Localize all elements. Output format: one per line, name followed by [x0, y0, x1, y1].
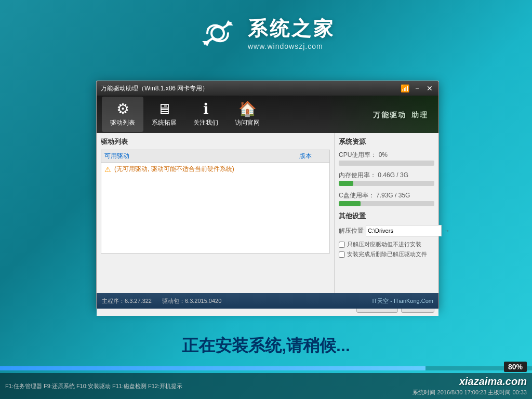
taskbar-right: xiazaima.com 系统时间 2016/8/30 17:00:23 主板时… [413, 376, 527, 396]
checkbox-delete-label: 安装完成后删除已解压驱动文件 [347, 250, 427, 258]
bottom-progress-fill [0, 366, 425, 370]
main-ver: 主程序：6.3.27.322 [102, 297, 152, 305]
disk-label: C盘使用率： 7.93G / 35G [339, 191, 434, 200]
extract-label: 解压位置 [339, 227, 364, 235]
logo-icon [197, 18, 238, 49]
gear-icon: ⚙ [116, 102, 129, 116]
progress-label: 80% [504, 362, 527, 372]
mem-progress-bar [339, 181, 434, 186]
driver-table: 可用驱动 版本 ⚠ (无可用驱动, 驱动可能不适合当前硬件系统) [101, 150, 330, 254]
mem-value: 0.46G / 3G [378, 171, 408, 179]
disk-label-text: C盘使用率： [339, 192, 375, 199]
svg-marker-1 [202, 41, 210, 46]
toolbar-about-label: 关注我们 [193, 118, 218, 127]
disk-value: 7.93G / 35G [376, 192, 410, 199]
taskbar-time: 系统时间 2016/8/30 17:00:23 主板时间 00:33 [413, 389, 527, 396]
close-button[interactable]: ✕ [425, 84, 434, 93]
extract-path-row: 解压位置 → [339, 225, 434, 236]
title-bar-controls: 📶 － ✕ [400, 84, 434, 93]
main-window: 万能驱动助理（Win8.1.x86 网卡专用） 📶 － ✕ ⚙ 驱动列表 🖥 系… [96, 81, 439, 309]
logo-text-area: 系统之家 www.windowszj.com [248, 16, 335, 50]
toolbar-driver-list-label: 驱动列表 [110, 118, 135, 127]
mem-progress-fill [339, 181, 353, 186]
left-panel: 驱动列表 可用驱动 版本 ⚠ (无可用驱动, 驱动可能不适合当前硬件系统) [97, 133, 335, 294]
checkbox-decompress-input[interactable] [339, 242, 345, 248]
cpu-value: 0% [379, 151, 388, 158]
toolbar-brand: 万能驱动 助理 [373, 106, 428, 123]
other-settings-title: 其他设置 [339, 211, 434, 221]
home-icon: 🏠 [238, 102, 257, 116]
mem-label-text: 内存使用率： [339, 171, 376, 179]
taskbar-brand: xiazaima.com [459, 376, 527, 388]
disk-resource: C盘使用率： 7.93G / 35G [339, 191, 434, 206]
checkbox-decompress-only: 只解压对应驱动但不进行安装 [339, 241, 434, 248]
warning-icon: ⚠ [104, 165, 111, 174]
svg-marker-0 [225, 20, 233, 25]
toolbar-about[interactable]: ℹ 关注我们 [185, 97, 227, 132]
status-brand: IT天空 - ITianKong.Com [372, 297, 433, 305]
col-available: 可用驱动 [104, 152, 285, 161]
cpu-label: CPU使用率： 0% [339, 151, 434, 159]
cpu-progress-bar [339, 161, 434, 166]
toolbar-driver-list[interactable]: ⚙ 驱动列表 [102, 97, 143, 132]
title-bar: 万能驱动助理（Win8.1.x86 网卡专用） 📶 － ✕ [97, 81, 438, 96]
taskbar: F1:任务管理器 F9:还原系统 F10:安装驱动 F11:磁盘检测 F12:开… [0, 373, 532, 399]
toolbar-visit-web-label: 访问官网 [235, 118, 260, 127]
toolbar-brand-sub: 助理 [411, 111, 428, 119]
bottom-progress-bar [0, 366, 532, 370]
extract-path-input[interactable] [366, 225, 442, 236]
disk-progress-bar [339, 201, 434, 206]
driver-ver: 驱动包：6.3.2015.0420 [162, 297, 221, 305]
other-settings: 其他设置 解压位置 → 只解压对应驱动但不进行安装 安装完成后删除已解压驱动文件 [339, 211, 434, 258]
logo-title: 系统之家 [248, 16, 335, 42]
checkbox-delete-input[interactable] [339, 251, 345, 258]
driver-list-title: 驱动列表 [101, 137, 330, 147]
col-version: 版本 [285, 152, 326, 161]
mem-resource: 内存使用率： 0.46G / 3G [339, 171, 434, 186]
toolbar-visit-web[interactable]: 🏠 访问官网 [227, 97, 268, 132]
right-panel: 系统资源 CPU使用率： 0% 内存使用率： 0.46G / 3G [335, 133, 438, 294]
system-resources-title: 系统资源 [339, 137, 434, 147]
extract-arrow-button[interactable]: → [444, 227, 450, 234]
driver-warning-row: ⚠ (无可用驱动, 驱动可能不适合当前硬件系统) [101, 163, 329, 176]
toolbar: ⚙ 驱动列表 🖥 系统拓展 ℹ 关注我们 🏠 访问官网 万能驱动 助理 [97, 96, 438, 133]
monitor-icon: 🖥 [157, 102, 171, 116]
svg-point-2 [211, 27, 224, 39]
driver-table-header: 可用驱动 版本 [101, 150, 329, 163]
taskbar-shortcuts: F1:任务管理器 F9:还原系统 F10:安装驱动 F11:磁盘检测 F12:开… [5, 382, 182, 390]
disk-progress-fill [339, 201, 361, 206]
logo-url: www.windowszj.com [248, 42, 323, 50]
wifi-icon: 📶 [400, 84, 409, 93]
cpu-resource: CPU使用率： 0% [339, 151, 434, 166]
logo-area: 系统之家 www.windowszj.com [0, 0, 532, 61]
installing-text: 正在安装系统,请稍候... [0, 335, 532, 357]
toolbar-brand-text: 万能驱动 [373, 111, 406, 119]
checkbox-decompress-label: 只解压对应驱动但不进行安装 [347, 241, 421, 248]
mem-label: 内存使用率： 0.46G / 3G [339, 171, 434, 180]
driver-warning-text: (无可用驱动, 驱动可能不适合当前硬件系统) [114, 165, 234, 174]
info-icon: ℹ [203, 102, 209, 116]
minimize-button[interactable]: － [413, 84, 422, 93]
toolbar-sys-extend-label: 系统拓展 [152, 118, 177, 127]
status-bar: 主程序：6.3.27.322 驱动包：6.3.2015.0420 IT天空 - … [97, 293, 438, 309]
checkbox-delete-after: 安装完成后删除已解压驱动文件 [339, 250, 434, 258]
content-area: 驱动列表 可用驱动 版本 ⚠ (无可用驱动, 驱动可能不适合当前硬件系统) 系统… [97, 133, 438, 294]
window-title: 万能驱动助理（Win8.1.x86 网卡专用） [101, 84, 208, 93]
toolbar-sys-extend[interactable]: 🖥 系统拓展 [143, 97, 185, 132]
cpu-label-text: CPU使用率： [339, 151, 377, 158]
